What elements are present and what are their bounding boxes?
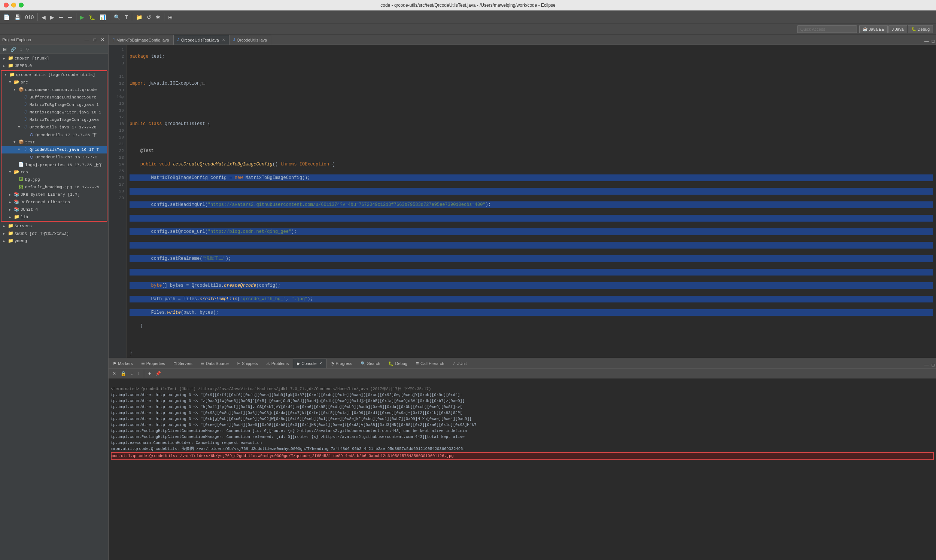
- forward-button[interactable]: ▶: [48, 12, 56, 23]
- java-ee-perspective[interactable]: ☕ Java EE: [859, 25, 888, 33]
- console-scroll-end[interactable]: ↓: [129, 370, 134, 377]
- tab-markers[interactable]: ⚑ Markers: [109, 358, 137, 368]
- minimize-button[interactable]: [11, 3, 16, 8]
- pe-collapse-all[interactable]: ⊟: [2, 46, 8, 53]
- tree-item-reflibs[interactable]: ▶ 📚 Referenced Libraries: [2, 198, 107, 206]
- tab-servers[interactable]: ⊡ Servers: [169, 358, 197, 368]
- tree-item-ymeng[interactable]: ▶ 📁 ymeng: [0, 237, 108, 245]
- open-resource-btn[interactable]: 📁: [134, 12, 144, 23]
- tab-qrcode-test[interactable]: J QrcodeUtilsTest.java ✕: [173, 35, 229, 45]
- console-scroll-start[interactable]: ↑: [136, 370, 141, 377]
- tree-item-bgjpg[interactable]: ▶ 🖼 bg.jpg: [2, 176, 107, 183]
- tree-item-defaultimg[interactable]: ▶ 🖼 default_headimg.jpg 16 17-7-25: [2, 183, 107, 191]
- tab-matrix-config[interactable]: J MatrixToBgImageConfig.java: [109, 35, 173, 45]
- tree-arrow-res[interactable]: ▼: [9, 170, 14, 174]
- maximize-button[interactable]: [19, 3, 23, 8]
- tree-item-qrcodeutils[interactable]: ▼ J QrcodeUtils.java 17 17-7-26: [2, 123, 107, 131]
- next-edit-button[interactable]: ➡: [66, 12, 74, 23]
- tree-item-res[interactable]: ▼ 📂 res: [2, 168, 107, 176]
- code-editor[interactable]: 1 2 3 11 12 13 14◎ 15 16 17 18 19 20 21 …: [109, 45, 936, 358]
- tab-console[interactable]: ▶ Console ✕: [293, 358, 326, 368]
- console-pin[interactable]: 📌: [154, 370, 163, 377]
- tree-item-qrcodeutils-inner[interactable]: ▶ ◯ QrcodeUtils 17 17-7-26 下: [2, 131, 107, 138]
- tree-arrow-swjds[interactable]: ▶: [3, 232, 8, 236]
- pe-close[interactable]: ✕: [99, 36, 106, 43]
- editor-minimize[interactable]: —: [923, 38, 930, 45]
- tree-arrow-jre[interactable]: ▶: [9, 193, 14, 197]
- tree-item-buffered[interactable]: ▶ J BufferedImageLuminanceSourc: [2, 94, 107, 101]
- tree-arrow-junit[interactable]: ▶: [9, 208, 14, 212]
- close-button[interactable]: [4, 3, 9, 8]
- print-button[interactable]: 010: [23, 12, 35, 23]
- tree-item-matrixbg[interactable]: ▶ J MatrixToBgImageConfig.java 1: [2, 101, 107, 109]
- tree-arrow-ymeng[interactable]: ▶: [3, 239, 8, 243]
- new-button[interactable]: 📄: [2, 12, 12, 23]
- prev-edit-button[interactable]: ⬅: [57, 12, 65, 23]
- refresh-btn[interactable]: ↺: [145, 12, 153, 23]
- tree-arrow-qrcodeutils[interactable]: ▼: [18, 125, 23, 129]
- pe-link-editor[interactable]: 🔗: [9, 46, 18, 53]
- console-clear[interactable]: ✕: [111, 370, 117, 377]
- clean-btn[interactable]: ✱: [154, 12, 162, 23]
- search-btn[interactable]: 🔍: [112, 12, 122, 23]
- tree-item-matriximg[interactable]: ▶ J MatrixToImageWriter.java 16 1: [2, 109, 107, 116]
- tab-close-qrcodetest[interactable]: ✕: [222, 38, 225, 42]
- tree-arrow-cmower[interactable]: ▶: [3, 57, 8, 61]
- tree-item-swjds[interactable]: ▶ 📁 SWJDS [07-工作库/XCSWJ]: [0, 230, 108, 237]
- quick-access-input[interactable]: [797, 25, 857, 33]
- tree-item-cmower[interactable]: ▶ 📁 cmower [trunk]: [0, 55, 108, 62]
- tree-item-jepf3[interactable]: ▶ 📁 JEPF3.0: [0, 62, 108, 70]
- tab-call-hierarchy[interactable]: ≣ Call Hierarch: [411, 358, 448, 368]
- save-button[interactable]: 💾: [12, 12, 23, 23]
- java-perspective[interactable]: J Java: [888, 25, 907, 33]
- tree-item-log4j[interactable]: ▶ 📄 log4j.properties 16 17-7-25 上午: [2, 161, 107, 168]
- tab-progress[interactable]: ◔ Progress: [326, 358, 356, 368]
- debug-btn[interactable]: 🐛: [87, 12, 97, 23]
- tree-arrow-jepf3[interactable]: ▶: [3, 64, 8, 68]
- coverage-btn[interactable]: 📊: [98, 12, 108, 23]
- tree-item-qrcodetests[interactable]: ▼ J QrcodeUtilsTest.java 16 17-7: [2, 146, 107, 154]
- tree-arrow-src[interactable]: ▼: [9, 80, 14, 84]
- tree-arrow-com-cmower[interactable]: ▼: [14, 88, 18, 92]
- bottom-maximize[interactable]: □: [930, 362, 936, 368]
- tree-arrow-qrcode-utils[interactable]: ▼: [5, 73, 9, 77]
- console-output[interactable]: <terminated> QrcodeUtilsTest [JUnit] /Li…: [109, 378, 936, 560]
- pe-minimize[interactable]: —: [83, 36, 91, 43]
- console-close-icon[interactable]: ✕: [319, 362, 322, 365]
- tree-arrow-reflibs[interactable]: ▶: [9, 200, 14, 205]
- tree-item-jre[interactable]: ▶ 📚 JRE System Library [1.7]: [2, 191, 107, 198]
- pe-sync[interactable]: ↕: [18, 46, 23, 53]
- console-new[interactable]: +: [147, 370, 152, 377]
- tree-arrow-test[interactable]: ▼: [14, 140, 18, 144]
- tree-item-junit[interactable]: ▶ 📚 JUnit 4: [2, 206, 107, 213]
- tab-data-source[interactable]: ☰ Data Source: [197, 358, 233, 368]
- tree-item-servers[interactable]: ▶ 📁 Servers: [0, 222, 108, 230]
- back-button[interactable]: ◀: [40, 12, 48, 23]
- tab-debug[interactable]: 🐛 Debug: [384, 358, 411, 368]
- tree-item-com-cmower[interactable]: ▼ 📦 com.cmower.common.util.qrcode: [2, 86, 107, 94]
- tab-qrcode-utils[interactable]: J QrcodeUtils.java: [229, 35, 271, 45]
- tab-properties[interactable]: ☰ Properties: [137, 358, 169, 368]
- tree-item-lib[interactable]: ▶ 📁 lib: [2, 213, 107, 221]
- window-btn[interactable]: ⊞: [166, 12, 174, 23]
- pe-maximize[interactable]: □: [92, 36, 98, 43]
- tree-arrow-lib[interactable]: ▶: [9, 215, 14, 219]
- console-scroll-lock[interactable]: 🔒: [119, 370, 128, 377]
- tab-junit[interactable]: ✓ JUnit: [448, 358, 471, 368]
- tree-arrow-servers[interactable]: ▶: [3, 224, 8, 228]
- tree-item-matrixlogo[interactable]: ▶ J MatrixToLogoImageConfig.java: [2, 116, 107, 123]
- tab-snippets[interactable]: ✂ Snippets: [233, 358, 262, 368]
- tree-item-qrcodetests-inner[interactable]: ▶ ◯ QrcodeUtilsTest 16 17-7-2: [2, 154, 107, 161]
- tab-problems[interactable]: ⚠ Problems: [262, 358, 293, 368]
- tree-item-qrcode-utils[interactable]: ▼ 📁 qrcode-utils [tags/qrcode-utils]: [2, 71, 107, 78]
- run-button[interactable]: ▶: [78, 12, 86, 23]
- open-type-btn[interactable]: T: [123, 12, 130, 23]
- pe-menu[interactable]: ▽: [24, 46, 31, 53]
- code-content[interactable]: package test; import java.io.IOException…: [126, 45, 936, 358]
- editor-maximize[interactable]: □: [930, 38, 936, 45]
- tree-item-src[interactable]: ▼ 📂 src: [2, 78, 107, 86]
- tree-item-test[interactable]: ▼ 📦 test: [2, 138, 107, 146]
- bottom-minimize[interactable]: —: [923, 362, 930, 368]
- tab-search[interactable]: 🔍 Search: [356, 358, 385, 368]
- debug-perspective[interactable]: 🐛 Debug: [908, 25, 933, 33]
